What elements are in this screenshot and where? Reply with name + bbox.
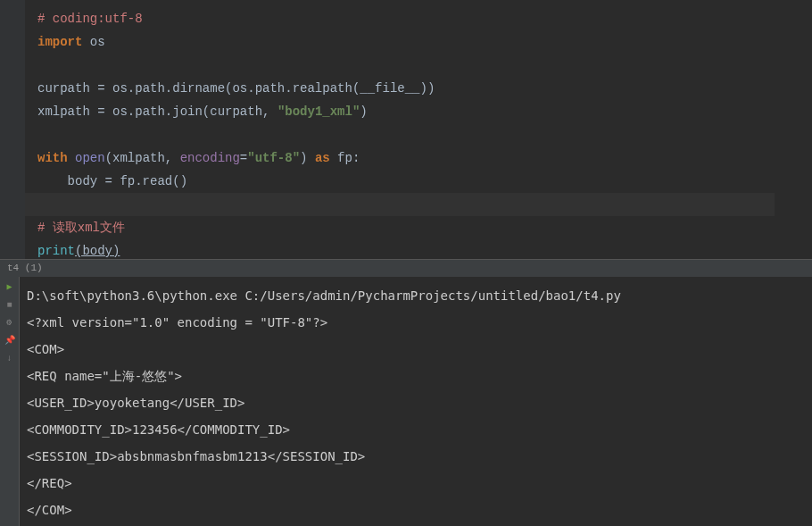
args: (body) — [75, 244, 120, 258]
variable: xmlpath — [37, 104, 97, 119]
console-line: <COMMODITY_ID>123456</COMMODITY_ID> — [27, 416, 805, 443]
code-content[interactable]: # coding:utf-8 import os curpath = os.pa… — [0, 7, 812, 263]
operator: = — [97, 104, 112, 119]
code-line[interactable]: xmlpath = os.path.join(curpath, "body1_x… — [37, 100, 812, 123]
console-line: </REQ> — [27, 470, 805, 497]
statement: body = fp.read() — [37, 174, 187, 188]
paren-close: ) — [360, 104, 367, 119]
console-line: <?xml version="1.0" encoding = "UTF-8"?> — [27, 309, 805, 336]
operator: = — [97, 81, 112, 96]
dunder-var: __file__ — [360, 81, 419, 96]
code-line[interactable]: print(body) — [37, 239, 812, 263]
keyword-as: as — [315, 151, 330, 165]
string-literal: "body1_xml" — [278, 104, 360, 119]
scroll-icon[interactable]: ↓ — [4, 352, 16, 364]
operator: = — [240, 151, 247, 165]
call-expr: os.path.dirname(os.path.realpath( — [112, 81, 360, 96]
keyword-import: import — [37, 35, 82, 49]
builtin-print: print — [37, 244, 75, 258]
module-name: os — [82, 35, 104, 49]
console-line: <USER_ID>yoyoketang</USER_ID> — [27, 389, 805, 416]
rerun-icon[interactable]: ▶ — [4, 280, 16, 293]
builtin-open: open — [68, 151, 105, 165]
code-line[interactable]: body = fp.read() — [37, 170, 812, 193]
code-line[interactable]: import os — [37, 30, 812, 54]
console-line: <COM> — [27, 336, 805, 363]
pin-icon[interactable]: 📌 — [4, 334, 16, 346]
call-expr: os.path.join(curpath, — [112, 104, 278, 119]
console-line: <REQ name="上海-悠悠"> — [27, 363, 805, 389]
code-editor[interactable]: # coding:utf-8 import os curpath = os.pa… — [0, 0, 812, 259]
keyword-with: with — [37, 151, 68, 165]
code-line-current[interactable] — [0, 193, 775, 216]
console-line: D:\soft\python3.6\python.exe C:/Users/ad… — [27, 282, 805, 309]
console-line: <SESSION_ID>absbnmasbnfmasbm1213</SESSIO… — [27, 443, 805, 470]
console-toolbar: ▶ ■ ⚙ 📌 ↓ — [0, 277, 20, 526]
editor-gutter — [0, 0, 25, 259]
console-panel: ▶ ■ ⚙ 📌 ↓ D:\soft\python3.6\python.exe C… — [0, 277, 812, 526]
comment-text: # coding:utf-8 — [37, 12, 143, 26]
settings-icon[interactable]: ⚙ — [4, 316, 16, 329]
stop-icon[interactable]: ■ — [4, 298, 16, 311]
code-line[interactable] — [37, 54, 812, 77]
string-literal: "utf-8" — [247, 151, 300, 165]
variable: curpath — [37, 81, 97, 96]
code-line[interactable]: curpath = os.path.dirname(os.path.realpa… — [37, 77, 812, 100]
code-line[interactable] — [37, 123, 812, 146]
code-line[interactable]: with open(xmlpath, encoding="utf-8") as … — [37, 146, 812, 170]
paren-close: ) — [300, 151, 315, 165]
paren-close: )) — [420, 81, 435, 96]
code-line[interactable]: # 读取xml文件 — [37, 216, 812, 239]
comment-text: # 读取xml文件 — [37, 221, 125, 235]
console-output[interactable]: D:\soft\python3.6\python.exe C:/Users/ad… — [20, 277, 812, 526]
variable: fp: — [330, 151, 360, 165]
code-line[interactable]: # coding:utf-8 — [37, 7, 812, 30]
console-line: </COM> — [27, 497, 805, 523]
args: (xmlpath, — [105, 151, 180, 165]
param-encoding: encoding — [180, 151, 240, 165]
